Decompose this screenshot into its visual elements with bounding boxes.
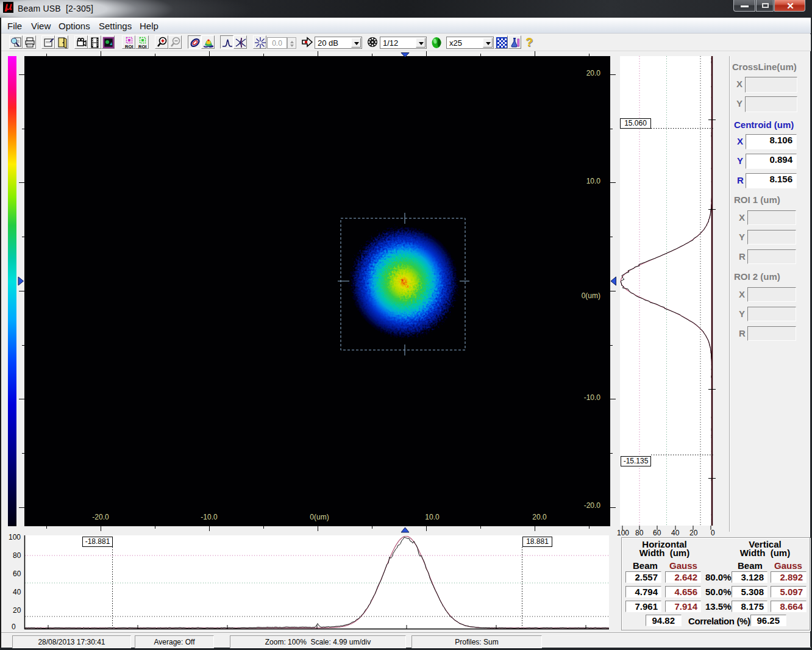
svg-text:ROI: ROI — [138, 44, 146, 49]
svg-text:ROI: ROI — [125, 44, 133, 49]
